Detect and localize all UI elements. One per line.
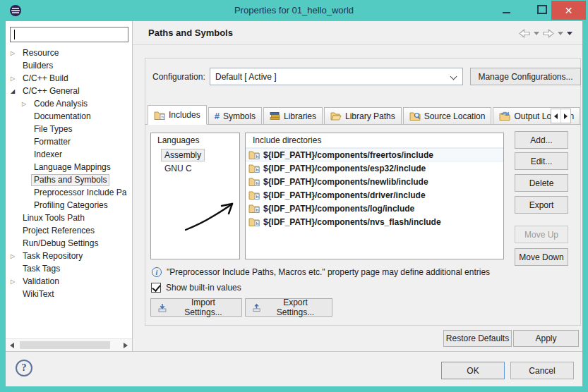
ok-button[interactable]: OK [441,362,505,379]
include-directory-row[interactable]: h ${IDF_PATH}/components/freertos/includ… [246,148,503,161]
move-up-button[interactable]: Move Up [515,226,568,243]
tree-item[interactable]: Preprocessor Include Pa [6,186,132,199]
tree-item[interactable]: Profiling Categories [6,199,132,212]
include-directory-row[interactable]: h ${IDF_PATH}/components/esp32/include [246,161,503,175]
tree-expand-icon[interactable] [11,253,20,259]
edit-button[interactable]: Edit... [515,152,568,170]
import-settings-button[interactable]: Import Settings... [150,298,242,317]
include-folder-icon: h [248,190,260,200]
tab-includes[interactable]: h Includes [148,105,207,125]
tab-library-paths[interactable]: Library Paths [324,107,402,125]
back-icon[interactable] [519,29,530,38]
tree-item[interactable]: Resource [6,47,132,59]
move-down-button[interactable]: Move Down [515,248,568,266]
tab-symbols[interactable]: # Symbols [208,107,262,125]
close-button[interactable]: ✕ [551,1,586,20]
tree-item[interactable]: Task Tags [6,262,132,275]
add-button[interactable]: Add... [515,131,568,149]
minimize-button[interactable] [497,3,517,18]
include-folder-icon: h [248,204,260,213]
paths-and-symbols-page: Paths and Symbols Configuration: Default… [133,21,582,351]
tree-expand-icon[interactable] [11,278,20,285]
include-directory-row[interactable]: h ${IDF_PATH}/components/driver/include [246,188,503,202]
show-builtin-checkbox[interactable] [151,283,161,293]
filter-input[interactable] [10,27,128,42]
show-builtin-row: Show built-in values [151,283,241,293]
export-button[interactable]: Export [515,196,568,214]
tab-source-location[interactable]: Source Location [403,107,492,125]
tree-item[interactable]: C/C++ General [6,85,132,97]
cancel-button[interactable]: Cancel [510,362,574,379]
tree-item[interactable]: Validation [6,275,132,288]
tab-scroll-left-button[interactable] [551,109,560,123]
tree-item[interactable]: Linux Tools Path [6,212,132,224]
maximize-icon [537,5,547,14]
tree-item[interactable]: C/C++ Build [6,72,132,85]
tree-item[interactable]: Run/Debug Settings [6,237,132,250]
tree-item-label: Validation [20,276,62,288]
tree-expand-icon[interactable] [11,88,20,94]
tree-item[interactable]: Paths and Symbols [6,173,132,186]
maximize-button[interactable] [534,4,551,17]
include-path-label: ${IDF_PATH}/components/nvs_flash/include [263,217,441,227]
include-path-label: ${IDF_PATH}/components/freertos/include [263,150,433,160]
dialog-footer: ? OK Cancel [6,351,582,386]
tree-item[interactable]: Formatter [6,135,132,148]
include-path-label: ${IDF_PATH}/components/esp32/include [263,164,426,173]
include-directory-row[interactable]: h ${IDF_PATH}/components/newlib/include [246,175,503,188]
manage-configurations-button[interactable]: Manage Configurations... [470,68,581,85]
tab-label: Symbols [223,111,256,121]
sidebar-horizontal-scrollbar[interactable] [6,338,132,351]
tree-item[interactable]: Project References [6,224,132,237]
tree-expand-icon[interactable] [22,101,31,107]
include-directory-row[interactable]: h ${IDF_PATH}/components/nvs_flash/inclu… [246,215,503,228]
forward-history-dropdown-icon[interactable] [558,32,563,35]
close-icon: ✕ [565,5,573,16]
configuration-select[interactable]: Default [ Active ] [210,68,463,85]
language-item[interactable]: GNU C [151,161,239,175]
properties-dialog-window: Properties for 01_hello_world ✕ Resource [0,0,588,392]
include-path-label: ${IDF_PATH}/components/log/include [263,204,414,214]
delete-button[interactable]: Delete [515,174,568,192]
language-item[interactable]: Assembly [151,148,239,161]
help-icon[interactable]: ? [16,360,32,376]
forward-icon[interactable] [543,29,554,38]
tab-libraries[interactable]: Libraries [263,107,323,125]
languages-panel: Languages Assembly GNU C [150,133,240,259]
tab-scroll-right-button[interactable] [560,109,570,123]
page-title: Paths and Symbols [148,27,233,38]
include-folder-icon: h [248,217,260,226]
folder-magnifier-icon [409,111,421,121]
apply-button[interactable]: Apply [513,330,579,347]
tree-item[interactable]: Indexer [6,148,132,161]
tree-item-label: Indexer [31,149,65,161]
svg-text:h: h [256,195,259,199]
tree-item[interactable]: WikiText [6,288,132,300]
include-path-label: ${IDF_PATH}/components/newlib/include [263,177,428,187]
text-caret [14,30,15,39]
tree-item[interactable]: File Types [6,123,132,135]
view-menu-icon[interactable] [567,32,572,35]
languages-header: Languages [151,133,239,148]
include-directory-row[interactable]: h ${IDF_PATH}/components/log/include [246,202,503,215]
tree-item[interactable]: Builders [6,59,132,72]
tab-label: Includes [169,110,200,120]
info-icon: i [152,267,162,277]
svg-text:h: h [256,154,259,159]
folder-arrow-icon [499,111,510,121]
export-settings-button[interactable]: Export Settings... [245,298,332,317]
tree-item-label: Documentation [31,111,94,123]
tree-item[interactable]: Code Analysis [6,97,132,110]
tree-item[interactable]: Language Mappings [6,161,132,173]
tree-item-label: Task Repository [20,250,85,262]
scroll-left-icon[interactable] [10,343,14,348]
tree-item[interactable]: Documentation [6,110,132,123]
scroll-right-icon[interactable] [124,343,128,348]
tree-expand-icon[interactable] [11,75,20,82]
tree-item[interactable]: Task Repository [6,250,132,262]
tree-expand-icon[interactable] [11,50,20,56]
scrollbar-thumb[interactable] [20,341,110,349]
back-history-dropdown-icon[interactable] [534,32,539,35]
include-directories-panel: Include directories h ${IDF_PATH}/compon… [245,133,504,259]
restore-defaults-button[interactable]: Restore Defaults [443,330,512,347]
